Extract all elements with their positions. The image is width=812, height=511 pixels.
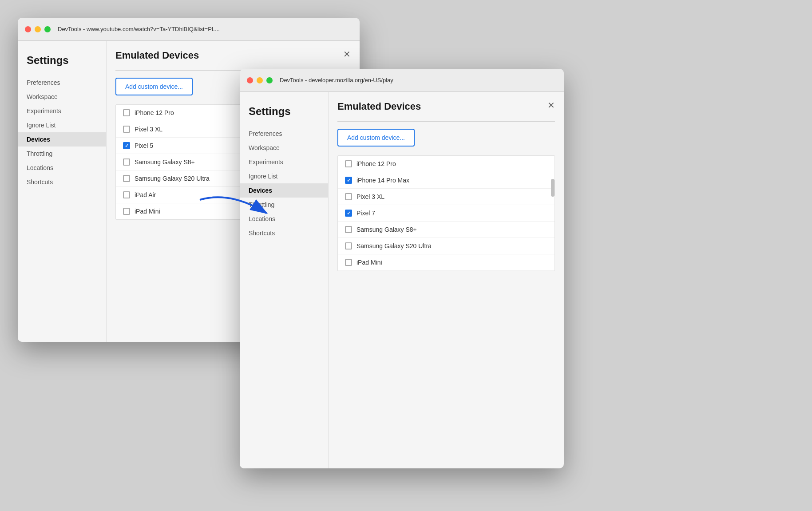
- device-item-samsungs8-2[interactable]: Samsung Galaxy S8+: [338, 222, 555, 238]
- checkbox-iphone14promax-2[interactable]: [345, 177, 352, 184]
- device-label-samsungs8-2: Samsung Galaxy S8+: [356, 226, 417, 233]
- device-item-pixel7-2[interactable]: Pixel 7: [338, 205, 555, 222]
- checkbox-pixel5-1[interactable]: [123, 142, 130, 149]
- settings-body-2: Settings Preferences Workspace Experimen…: [240, 92, 564, 468]
- sidebar-1: Settings Preferences Workspace Experimen…: [18, 41, 107, 342]
- sidebar-item-preferences-2[interactable]: Preferences: [240, 127, 328, 141]
- device-item-samsungs20-2[interactable]: Samsung Galaxy S20 Ultra: [338, 238, 555, 254]
- device-label-iphone12pro-1: iPhone 12 Pro: [135, 109, 174, 116]
- checkbox-samsungs8-1[interactable]: [123, 158, 130, 166]
- titlebar-2: DevTools - developer.mozilla.org/en-US/p…: [240, 69, 564, 92]
- titlebar-title-1: DevTools - www.youtube.com/watch?v=Ta-YT…: [58, 26, 220, 32]
- device-item-pixel3xl-2[interactable]: Pixel 3 XL: [338, 189, 555, 205]
- titlebar-1: DevTools - www.youtube.com/watch?v=Ta-YT…: [18, 18, 360, 41]
- minimize-button-2[interactable]: [257, 77, 263, 83]
- device-label-samsungs8-1: Samsung Galaxy S8+: [135, 158, 195, 166]
- add-custom-device-btn-1[interactable]: Add custom device...: [115, 78, 193, 95]
- device-label-pixel7-2: Pixel 7: [356, 210, 375, 217]
- emulated-devices-panel-2: Emulated Devices Add custom device... iP…: [329, 92, 564, 468]
- device-label-ipadmini-2: iPad Mini: [356, 259, 382, 266]
- sidebar-item-experiments-1[interactable]: Experiments: [18, 104, 106, 118]
- emulated-devices-title-2: Emulated Devices: [337, 101, 555, 112]
- device-label-pixel3xl-2: Pixel 3 XL: [356, 193, 384, 200]
- sidebar-item-workspace-2[interactable]: Workspace: [240, 141, 328, 155]
- sidebar-item-devices-2[interactable]: Devices: [240, 183, 328, 198]
- sidebar-item-ignorelist-1[interactable]: Ignore List: [18, 118, 106, 132]
- sidebar-item-devices-1[interactable]: Devices: [18, 132, 106, 147]
- close-settings-btn-1[interactable]: ✕: [343, 50, 351, 59]
- device-label-iphone14promax-2: iPhone 14 Pro Max: [356, 177, 409, 184]
- titlebar-title-2: DevTools - developer.mozilla.org/en-US/p…: [280, 77, 393, 83]
- device-label-samsungs20-2: Samsung Galaxy S20 Ultra: [356, 242, 432, 250]
- device-label-ipadair-1: iPad Air: [135, 191, 156, 198]
- sidebar-item-experiments-2[interactable]: Experiments: [240, 155, 328, 169]
- sidebar-2: Settings Preferences Workspace Experimen…: [240, 92, 329, 468]
- device-label-ipadmini-1: iPad Mini: [135, 208, 160, 215]
- close-settings-btn-2[interactable]: ✕: [547, 101, 555, 110]
- sidebar-item-locations-2[interactable]: Locations: [240, 212, 328, 226]
- sidebar-item-workspace-1[interactable]: Workspace: [18, 90, 106, 104]
- checkbox-ipadmini-1[interactable]: [123, 208, 130, 215]
- device-label-pixel5-1: Pixel 5: [135, 142, 153, 149]
- checkbox-iphone12pro-1[interactable]: [123, 109, 130, 116]
- scrollbar-thumb-2[interactable]: [551, 179, 555, 197]
- checkbox-pixel3xl-1[interactable]: [123, 126, 130, 133]
- sidebar-item-shortcuts-1[interactable]: Shortcuts: [18, 175, 106, 189]
- window-2[interactable]: DevTools - developer.mozilla.org/en-US/p…: [240, 69, 564, 468]
- device-label-pixel3xl-1: Pixel 3 XL: [135, 126, 162, 133]
- close-button-1[interactable]: [25, 26, 31, 32]
- maximize-button-1[interactable]: [44, 26, 51, 32]
- emulated-devices-title-1: Emulated Devices: [115, 50, 351, 61]
- checkbox-ipadair-1[interactable]: [123, 191, 130, 198]
- maximize-button-2[interactable]: [266, 77, 273, 83]
- sidebar-item-preferences-1[interactable]: Preferences: [18, 75, 106, 90]
- checkbox-pixel7-2[interactable]: [345, 210, 352, 217]
- device-item-iphone12pro-2[interactable]: iPhone 12 Pro: [338, 156, 555, 172]
- checkbox-pixel3xl-2[interactable]: [345, 193, 352, 200]
- settings-title-2: Settings: [240, 101, 328, 127]
- sidebar-item-throttling-2[interactable]: Throttling: [240, 198, 328, 212]
- add-custom-device-btn-2[interactable]: Add custom device...: [337, 129, 415, 147]
- checkbox-samsungs20-1[interactable]: [123, 175, 130, 182]
- settings-title-1: Settings: [18, 50, 106, 75]
- device-item-ipadmini-2[interactable]: iPad Mini: [338, 254, 555, 271]
- checkbox-iphone12pro-2[interactable]: [345, 160, 352, 167]
- minimize-button-1[interactable]: [35, 26, 41, 32]
- devices-list-2: iPhone 12 Pro iPhone 14 Pro Max Pixel 3 …: [337, 155, 555, 271]
- sidebar-item-shortcuts-2[interactable]: Shortcuts: [240, 226, 328, 240]
- checkbox-samsungs8-2[interactable]: [345, 226, 352, 233]
- sidebar-item-locations-1[interactable]: Locations: [18, 161, 106, 175]
- device-label-iphone12pro-2: iPhone 12 Pro: [356, 160, 396, 167]
- checkbox-ipadmini-2[interactable]: [345, 259, 352, 266]
- device-item-iphone14promax-2[interactable]: iPhone 14 Pro Max: [338, 172, 555, 189]
- sidebar-item-throttling-1[interactable]: Throttling: [18, 147, 106, 161]
- checkbox-samsungs20-2[interactable]: [345, 242, 352, 250]
- sidebar-item-ignorelist-2[interactable]: Ignore List: [240, 169, 328, 183]
- device-label-samsungs20-1: Samsung Galaxy S20 Ultra: [135, 175, 210, 182]
- close-button-2[interactable]: [247, 77, 253, 83]
- divider-2: [337, 121, 555, 122]
